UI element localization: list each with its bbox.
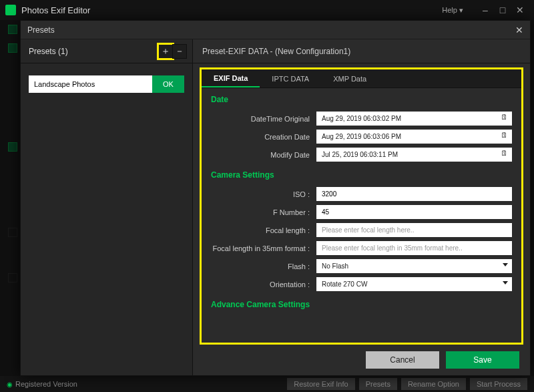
dialog-title: Presets xyxy=(27,25,55,35)
datetime-original-field[interactable]: Aug 29, 2019 06:03:02 PM 🗓 xyxy=(316,112,512,126)
start-process-button[interactable]: Start Process xyxy=(470,378,527,390)
focal-length-field[interactable] xyxy=(316,223,512,237)
app-title: Photos Exif Editor xyxy=(21,5,90,15)
orientation-select[interactable]: Rotate 270 CW xyxy=(316,277,512,291)
app-close-button[interactable]: ✕ xyxy=(511,5,529,15)
datetime-original-label: DateTime Original xyxy=(211,115,316,123)
maximize-button[interactable]: □ xyxy=(494,5,511,15)
dialog-titlebar: Presets ✕ xyxy=(21,21,530,39)
fnumber-label: F Number : xyxy=(211,208,316,216)
registered-icon: ◉ xyxy=(7,381,13,388)
focal-35mm-label: Focal length in 35mm format : xyxy=(211,244,316,252)
metadata-tabs: EXIF Data IPTC DATA XMP Data xyxy=(202,69,521,88)
presets-dialog: Presets ✕ Presets (1) ＋ － OK Preset-EXIF… xyxy=(20,20,531,376)
remove-preset-button[interactable]: － xyxy=(172,44,187,59)
flash-select[interactable]: No Flash xyxy=(316,259,512,273)
orientation-label: Orientation : xyxy=(211,280,316,288)
tab-xmp-data[interactable]: XMP Data xyxy=(321,69,378,87)
flash-label: Flash : xyxy=(211,262,316,270)
presets-panel: Presets (1) ＋ － OK xyxy=(21,39,193,375)
preset-name-input[interactable] xyxy=(29,75,152,93)
app-titlebar: Photos Exif Editor Help ▾ – □ ✕ xyxy=(0,0,534,20)
app-logo-icon xyxy=(5,5,16,15)
detail-header: Preset-EXIF DATA - (New Configuration1) xyxy=(193,39,530,63)
focal-length-label: Focal length : xyxy=(211,226,316,234)
preset-ok-button[interactable]: OK xyxy=(152,75,184,93)
add-preset-button[interactable]: ＋ xyxy=(158,44,173,59)
exif-form-highlight: EXIF Data IPTC DATA XMP Data Date DateTi… xyxy=(200,67,523,345)
tab-exif-data[interactable]: EXIF Data xyxy=(202,69,260,87)
iso-field[interactable] xyxy=(316,187,512,201)
creation-date-field[interactable]: Aug 29, 2019 06:03:06 PM 🗓 xyxy=(316,130,512,144)
modify-date-label: Modify Date xyxy=(211,151,316,159)
presets-count-label: Presets (1) xyxy=(29,47,68,56)
minimize-button[interactable]: – xyxy=(477,5,494,15)
preset-detail-panel: Preset-EXIF DATA - (New Configuration1) … xyxy=(193,39,530,375)
chevron-down-icon xyxy=(503,263,508,266)
tab-iptc-data[interactable]: IPTC DATA xyxy=(260,69,321,87)
chevron-down-icon xyxy=(503,281,508,284)
group-camera: Camera Settings xyxy=(202,164,521,185)
focal-35mm-field[interactable] xyxy=(316,241,512,255)
form-scroll[interactable]: Date DateTime Original Aug 29, 2019 06:0… xyxy=(202,88,521,343)
iso-label: ISO : xyxy=(211,190,316,198)
creation-date-label: Creation Date xyxy=(211,133,316,141)
calendar-icon[interactable]: 🗓 xyxy=(501,149,508,157)
rename-option-button[interactable]: Rename Option xyxy=(401,378,466,390)
cancel-button[interactable]: Cancel xyxy=(366,351,439,369)
dialog-buttons: Cancel Save xyxy=(193,345,530,375)
calendar-icon[interactable]: 🗓 xyxy=(501,113,508,121)
dialog-close-button[interactable]: ✕ xyxy=(515,25,523,35)
help-menu[interactable]: Help ▾ xyxy=(442,6,463,15)
group-advance: Advance Camera Settings xyxy=(202,293,521,315)
calendar-icon[interactable]: 🗓 xyxy=(501,131,508,139)
status-bar: ◉ Registered Version Restore Exif Info P… xyxy=(0,376,534,392)
modify-date-field[interactable]: Jul 25, 2019 06:03:11 PM 🗓 xyxy=(316,148,512,162)
status-text: Registered Version xyxy=(15,380,77,388)
group-date: Date xyxy=(202,88,521,110)
restore-exif-button[interactable]: Restore Exif Info xyxy=(287,378,354,390)
presets-button[interactable]: Presets xyxy=(359,378,397,390)
fnumber-field[interactable] xyxy=(316,205,512,219)
save-button[interactable]: Save xyxy=(446,351,519,369)
